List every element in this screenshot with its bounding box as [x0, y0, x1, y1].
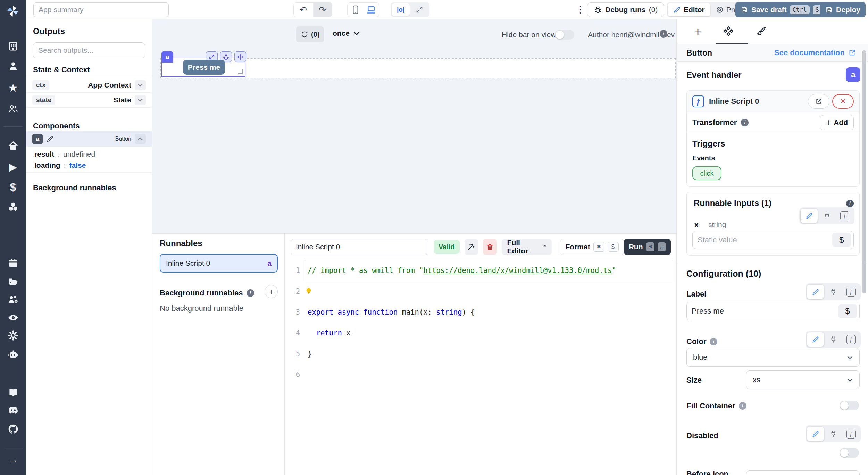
- home-icon[interactable]: [0, 141, 26, 151]
- full-editor-button[interactable]: Full Editor: [502, 239, 552, 255]
- output-row-state[interactable]: state State: [26, 92, 152, 108]
- hide-bar-toggle[interactable]: [555, 30, 574, 40]
- top-toolbar: ↶ ↷ |o| ⋮ Debug runs (0) Editor Preview …: [26, 0, 868, 19]
- workers-robot-icon[interactable]: [0, 349, 26, 359]
- collapse-arrow-icon[interactable]: →: [0, 454, 26, 465]
- connect-plug-icon[interactable]: [825, 427, 842, 441]
- favorites-star-icon[interactable]: ★: [0, 81, 26, 94]
- settings-gear-icon[interactable]: [0, 330, 26, 341]
- groups-icon[interactable]: [0, 103, 26, 114]
- app-summary-input[interactable]: [33, 2, 169, 17]
- variables-dollar-icon[interactable]: $: [0, 181, 26, 194]
- run-button[interactable]: Run ⌘ ↵: [624, 239, 671, 255]
- folders-icon[interactable]: [0, 276, 26, 286]
- app-canvas[interactable]: (0) once Hide bar on view Author henri@w…: [152, 19, 676, 234]
- user-icon[interactable]: [0, 61, 26, 71]
- lightbulb-icon[interactable]: [305, 287, 312, 295]
- info-icon[interactable]: i: [739, 402, 746, 410]
- chevron-up-icon[interactable]: [135, 134, 146, 144]
- delete-script-button[interactable]: [483, 239, 496, 255]
- info-icon[interactable]: i: [710, 338, 717, 345]
- comment-link[interactable]: https://deno.land/x/windmill@v1.133.0/mo…: [423, 266, 612, 275]
- function-icon: f: [692, 95, 704, 107]
- output-row-ctx[interactable]: ctx App Context: [26, 77, 152, 92]
- styling-brush-tab[interactable]: [754, 24, 768, 39]
- remove-script-button[interactable]: ×: [832, 94, 854, 109]
- inline-script-row[interactable]: f Inline Script 0 ×: [687, 91, 859, 112]
- save-draft-button[interactable]: Save draft Ctrl S: [735, 2, 827, 17]
- disabled-toggle[interactable]: [840, 448, 859, 458]
- workers-groups-icon[interactable]: [0, 294, 26, 305]
- eval-function-icon[interactable]: f: [842, 427, 859, 441]
- events-label: Events: [692, 154, 854, 162]
- before-icon-select[interactable]: [746, 470, 860, 475]
- refresh-count-button[interactable]: (0): [296, 26, 324, 42]
- info-icon[interactable]: i: [247, 289, 254, 297]
- chevron-down-icon[interactable]: [135, 80, 146, 90]
- static-pencil-icon[interactable]: [801, 209, 818, 223]
- static-value-input[interactable]: Static value $: [692, 231, 854, 249]
- add-background-runnable-button[interactable]: +: [265, 285, 278, 298]
- component-tab-badge[interactable]: a: [161, 51, 173, 62]
- eval-function-icon[interactable]: f: [842, 332, 859, 347]
- audit-eye-icon[interactable]: [0, 312, 26, 323]
- add-transformer-button[interactable]: +Add: [820, 115, 854, 130]
- undo-button[interactable]: ↶: [294, 3, 313, 17]
- runs-play-icon[interactable]: ▶: [0, 161, 26, 173]
- schedules-calendar-icon[interactable]: [0, 258, 26, 268]
- prop-sep: :: [58, 150, 60, 158]
- editor-label: Editor: [684, 6, 705, 14]
- more-menu-button[interactable]: ⋮: [576, 3, 585, 16]
- debug-runs-button[interactable]: Debug runs (0): [587, 2, 664, 17]
- insert-component-tab[interactable]: +: [691, 24, 705, 39]
- label-value-input[interactable]: Press me $: [686, 302, 860, 320]
- eval-function-icon[interactable]: f: [842, 285, 859, 299]
- tab-editor[interactable]: Editor: [668, 3, 710, 16]
- see-documentation-link[interactable]: See documentation: [774, 48, 856, 57]
- runnable-item-selected[interactable]: Inline Script 0 a: [160, 254, 278, 273]
- open-script-button[interactable]: [808, 94, 829, 109]
- format-button[interactable]: Format ⌘ S: [560, 239, 624, 255]
- connect-plug-icon[interactable]: [825, 285, 842, 299]
- discord-icon[interactable]: [0, 406, 26, 415]
- template-dollar-button[interactable]: $: [832, 233, 851, 247]
- fill-container-toggle[interactable]: [840, 401, 859, 410]
- connect-plug-icon[interactable]: [825, 332, 842, 347]
- component-settings-tab[interactable]: [721, 24, 736, 39]
- component-row-a[interactable]: a Button: [26, 131, 152, 147]
- github-icon[interactable]: [0, 424, 26, 435]
- panel-scrollbar[interactable]: [862, 50, 866, 293]
- static-pencil-icon[interactable]: [807, 427, 824, 441]
- resources-cubes-icon[interactable]: [0, 202, 26, 212]
- template-dollar-button[interactable]: $: [838, 304, 857, 318]
- desktop-view-button[interactable]: [363, 3, 379, 17]
- info-icon[interactable]: i: [660, 30, 667, 38]
- press-me-button[interactable]: Press me: [183, 60, 225, 75]
- code-area[interactable]: 1 // import * as wmill from "https://den…: [285, 260, 676, 385]
- info-icon[interactable]: i: [741, 119, 749, 126]
- script-name-input[interactable]: [291, 239, 427, 255]
- color-select[interactable]: blue: [686, 348, 860, 367]
- static-pencil-icon[interactable]: [807, 285, 824, 299]
- refresh-interval-select[interactable]: once: [333, 29, 360, 38]
- workspace-icon[interactable]: [0, 41, 26, 51]
- size-select[interactable]: xs: [746, 370, 860, 389]
- resize-handle[interactable]: [238, 69, 243, 74]
- expand-width-icon[interactable]: [410, 3, 428, 16]
- connect-plug-icon[interactable]: [818, 209, 835, 223]
- docs-book-icon[interactable]: [0, 387, 26, 398]
- deploy-button[interactable]: Deploy: [820, 2, 866, 17]
- move-component-icon[interactable]: [234, 51, 246, 62]
- eval-function-icon[interactable]: f: [836, 209, 853, 223]
- ai-wand-button[interactable]: [465, 239, 478, 255]
- info-icon[interactable]: i: [846, 200, 854, 207]
- search-outputs-input[interactable]: [33, 42, 145, 58]
- rename-pencil-icon[interactable]: [46, 135, 54, 143]
- redo-button[interactable]: ↷: [313, 3, 332, 17]
- windmill-logo-icon[interactable]: [6, 4, 20, 18]
- chevron-down-icon[interactable]: [135, 95, 146, 105]
- static-pencil-icon[interactable]: [807, 332, 824, 347]
- bottom-panel: Runnables Inline Script 0 a Background r…: [152, 234, 676, 475]
- align-center-icon[interactable]: |o|: [392, 3, 410, 16]
- mobile-view-button[interactable]: [348, 3, 363, 17]
